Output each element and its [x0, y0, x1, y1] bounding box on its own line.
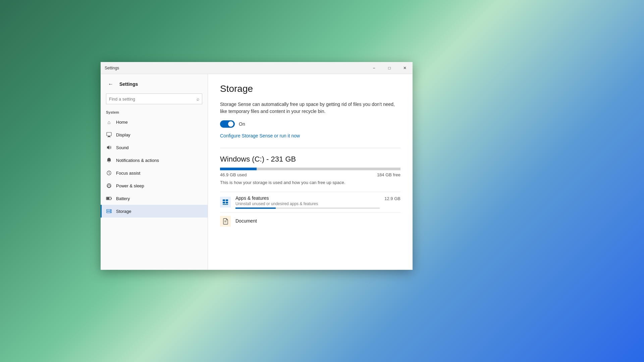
storage-bar-labels: 46.9 GB used 184 GB free [220, 172, 400, 177]
svg-rect-2 [107, 137, 111, 137]
drive-title: Windows (C:) - 231 GB [220, 155, 400, 164]
apps-size: 12.9 GB [384, 196, 400, 201]
svg-rect-6 [107, 197, 109, 199]
document-name: Document [235, 218, 400, 224]
sidebar-item-home[interactable]: ⌂ Home [101, 116, 208, 128]
apps-info: Apps & features Uninstall unused or unde… [235, 195, 380, 209]
window-body: ← Settings ⌕ System ⌂ Home Display [101, 74, 413, 270]
power-icon [106, 183, 112, 189]
apps-name: Apps & features [235, 195, 380, 201]
settings-window: Settings − □ ✕ ← Settings ⌕ System ⌂ Hom… [101, 62, 413, 270]
sidebar-item-battery[interactable]: Battery [101, 192, 208, 205]
sidebar-item-storage[interactable]: Storage [101, 205, 208, 218]
title-bar-controls: − □ ✕ [366, 62, 413, 74]
battery-icon [106, 195, 112, 201]
sidebar-item-focus-label: Focus assist [116, 171, 140, 176]
back-button[interactable]: ← [106, 79, 115, 89]
page-title: Storage [220, 83, 400, 94]
title-bar: Settings − □ ✕ [101, 62, 413, 74]
storage-bar-used [220, 168, 257, 170]
notifications-icon [106, 157, 112, 163]
toggle-label: On [239, 121, 245, 127]
sidebar-header: ← Settings [101, 77, 208, 90]
sidebar: ← Settings ⌕ System ⌂ Home Display [101, 74, 208, 270]
svg-rect-15 [223, 204, 228, 205]
svg-rect-11 [223, 199, 225, 201]
storage-item-document[interactable]: Document [220, 212, 400, 230]
sidebar-item-display[interactable]: Display [101, 128, 208, 141]
storage-used-label: 46.9 GB used [220, 172, 247, 177]
storage-sense-toggle-row: On [220, 120, 400, 128]
home-icon: ⌂ [106, 119, 112, 125]
storage-icon [106, 208, 112, 214]
sidebar-title: Settings [119, 81, 138, 87]
storage-description: This is how your storage is used and how… [220, 180, 400, 185]
window-title: Settings [105, 66, 119, 70]
sidebar-item-power[interactable]: Power & sleep [101, 179, 208, 192]
svg-point-10 [110, 212, 111, 213]
sidebar-item-power-label: Power & sleep [116, 183, 144, 188]
svg-rect-5 [111, 198, 112, 199]
apps-bar-fill [235, 207, 276, 209]
sidebar-section-label: System [101, 108, 208, 116]
svg-rect-12 [226, 199, 228, 201]
svg-rect-14 [226, 202, 228, 203]
document-info: Document [235, 218, 400, 224]
svg-rect-1 [108, 136, 110, 137]
sidebar-item-focus[interactable]: Focus assist [101, 167, 208, 179]
toggle-knob [228, 121, 233, 127]
maximize-button[interactable]: □ [382, 62, 397, 74]
sidebar-item-home-label: Home [116, 120, 128, 125]
minimize-button[interactable]: − [366, 62, 382, 74]
storage-sense-toggle[interactable] [220, 120, 235, 128]
apps-sub: Uninstall unused or undesired apps & fea… [235, 201, 380, 206]
storage-bar [220, 168, 400, 170]
sidebar-item-display-label: Display [116, 132, 130, 137]
close-button[interactable]: ✕ [397, 62, 413, 74]
search-icon: ⌕ [197, 96, 199, 102]
storage-free-label: 184 GB free [377, 172, 400, 177]
display-icon [106, 132, 112, 138]
configure-storage-sense-link[interactable]: Configure Storage Sense or run it now [220, 133, 400, 138]
svg-rect-0 [107, 132, 111, 136]
storage-sense-description: Storage Sense can automatically free up … [220, 101, 398, 115]
sound-icon [106, 144, 112, 150]
sidebar-item-notifications-label: Notifications & actions [116, 158, 159, 163]
focus-assist-icon [106, 170, 112, 176]
apps-icon [220, 197, 231, 207]
sidebar-item-storage-label: Storage [116, 209, 131, 214]
document-icon [220, 216, 231, 227]
main-content: Storage Storage Sense can automatically … [208, 74, 413, 270]
sidebar-item-battery-label: Battery [116, 196, 130, 201]
sidebar-item-sound-label: Sound [116, 145, 129, 150]
apps-bar [235, 207, 380, 209]
svg-point-9 [110, 210, 111, 210]
search-input[interactable] [109, 97, 197, 102]
search-box[interactable]: ⌕ [106, 94, 202, 104]
sidebar-item-notifications[interactable]: Notifications & actions [101, 154, 208, 167]
sidebar-item-sound[interactable]: Sound [101, 141, 208, 154]
storage-item-apps[interactable]: Apps & features Uninstall unused or unde… [220, 192, 400, 212]
svg-rect-13 [223, 202, 225, 203]
section-divider [220, 148, 400, 148]
